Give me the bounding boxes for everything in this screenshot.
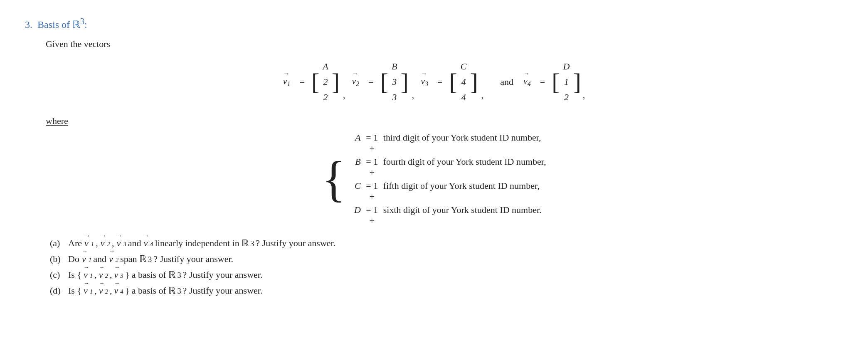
case-a: A = 1 + third digit of your York student… <box>353 132 546 154</box>
vectors-display: → v 1 = [ A 2 2 ] , → v 2 = [ B 3 3 ] , … <box>25 59 843 104</box>
problem-number: 3. <box>25 19 32 30</box>
given-text: Given the vectors <box>46 39 843 49</box>
cases-block: { A = 1 + third digit of your York stude… <box>25 132 843 226</box>
case-b: B = 1 + fourth digit of your York studen… <box>353 156 546 178</box>
case-c: C = 1 + fifth digit of your York student… <box>353 180 546 202</box>
case-d: D = 1 + sixth digit of your York student… <box>353 205 546 226</box>
part-c: (c) Is { → v 1, → v 2, → v 3} a basis of… <box>50 269 843 280</box>
problem-title: Basis of ℝ3: <box>37 17 87 30</box>
part-d: (d) Is { → v 1, → v 2, → v 4} a basis of… <box>50 285 843 296</box>
part-b: (b) Do → v 1 and → v 2 span ℝ3? Justify … <box>50 254 843 264</box>
and-connector: and <box>500 77 513 87</box>
parts-section: (a) Are → v 1, → v 2, → v 3 and → v 4 li… <box>50 238 843 296</box>
part-a: (a) Are → v 1, → v 2, → v 3 and → v 4 li… <box>50 238 843 249</box>
where-label: where <box>46 116 843 126</box>
